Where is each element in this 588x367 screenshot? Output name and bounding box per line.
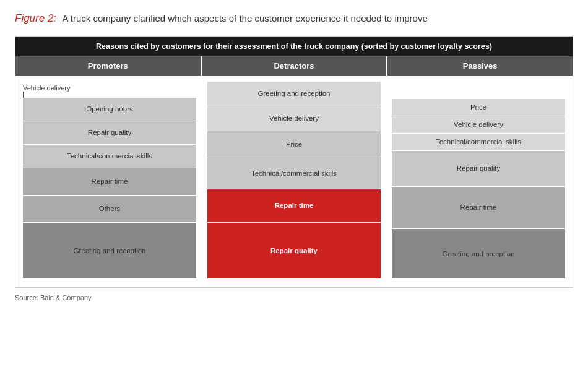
- bar-segment: Opening hours: [23, 98, 196, 121]
- bar-segment: Price: [207, 131, 381, 158]
- bar-col-detractors: Greeting and receptionVehicle deliveryPr…: [207, 82, 381, 278]
- chart-header: Reasons cited by customers for their ass…: [15, 37, 573, 56]
- figure-text: A truck company clarified which aspects …: [62, 13, 427, 24]
- bar-segment: Repair quality: [207, 223, 381, 278]
- bar-segment: Others: [23, 196, 196, 223]
- bar-segment: Repair time: [23, 168, 196, 196]
- bar-segment: Repair quality: [23, 121, 196, 145]
- bar-wrapper-detractors: Greeting and receptionVehicle deliveryPr…: [207, 82, 381, 278]
- bar-wrapper-promoters: Vehicle deliveryOpening hoursRepair qual…: [23, 98, 196, 278]
- bar-segment: Price: [392, 99, 565, 116]
- bar-segment: Repair time: [392, 187, 565, 229]
- bar-segment: Vehicle delivery: [392, 116, 565, 134]
- vehicle-delivery-line: [23, 92, 24, 98]
- figure-label: Figure 2:: [15, 12, 56, 24]
- bar-wrapper-passives: PriceVehicle deliveryTechnical/commercia…: [392, 99, 565, 278]
- bar-segment: Repair time: [207, 189, 381, 223]
- bar-segment: Technical/commercial skills: [23, 145, 196, 168]
- col-header-detractors: Detractors: [202, 56, 388, 76]
- bar-col-passives: PriceVehicle deliveryTechnical/commercia…: [392, 99, 565, 278]
- columns-header: Promoters Detractors Passives: [15, 56, 573, 76]
- bar-segment: Greeting and reception: [392, 229, 565, 278]
- chart-container: Reasons cited by customers for their ass…: [15, 36, 573, 288]
- bar-segment: Greeting and reception: [207, 82, 381, 106]
- source-text: Source: Bain & Company: [15, 294, 573, 301]
- bar-segment: Technical/commercial skills: [207, 158, 381, 189]
- vehicle-delivery-label: Vehicle delivery: [23, 84, 70, 92]
- col-header-promoters: Promoters: [15, 56, 202, 76]
- bar-col-promoters: Vehicle deliveryOpening hoursRepair qual…: [23, 98, 196, 278]
- figure-title: Figure 2: A truck company clarified whic…: [15, 11, 573, 26]
- columns-body: Vehicle deliveryOpening hoursRepair qual…: [15, 76, 573, 287]
- bar-segment: Repair quality: [392, 151, 565, 187]
- bar-segment: Technical/commercial skills: [392, 134, 565, 151]
- bar-segment: Greeting and reception: [23, 223, 196, 278]
- col-header-passives: Passives: [387, 56, 573, 76]
- bar-segment: Vehicle delivery: [207, 106, 381, 131]
